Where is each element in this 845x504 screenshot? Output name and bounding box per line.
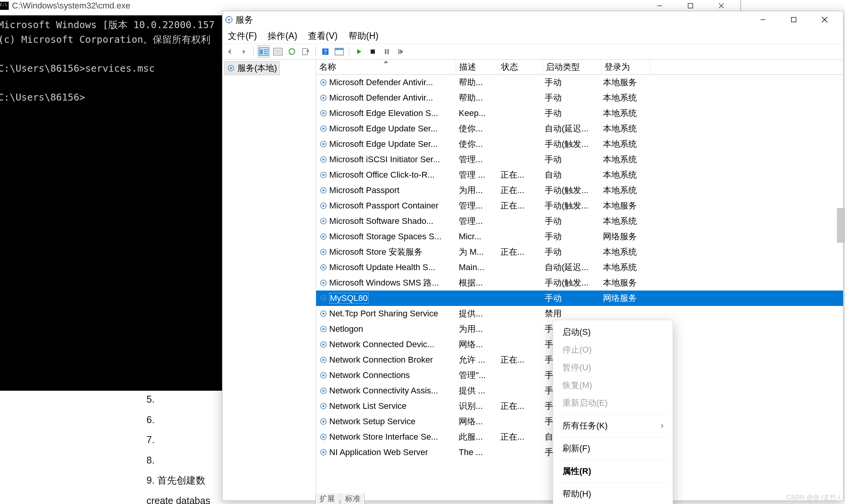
- cmd-title-text: C:\Windows\system32\cmd.exe: [12, 1, 130, 11]
- service-row[interactable]: Microsoft Software Shado...管理...手动本地系统: [316, 213, 843, 229]
- svg-point-82: [322, 405, 325, 407]
- service-desc: 网络...: [456, 339, 497, 350]
- column-startup-type[interactable]: 启动类型: [543, 60, 601, 74]
- tree-item-services-local[interactable]: 服务(本地): [224, 61, 280, 75]
- services-window-controls: [755, 14, 843, 25]
- svg-point-5: [228, 18, 230, 21]
- services-titlebar[interactable]: 服务: [222, 11, 843, 28]
- ctx-label: 重新启动(E): [562, 397, 608, 409]
- service-row[interactable]: Microsoft Windows SMS 路...根据...手动(触发...本…: [316, 275, 843, 291]
- ctx-separator: [557, 414, 669, 415]
- service-status: 正在...: [497, 431, 542, 443]
- page-scrollbar-thumb[interactable]: [837, 208, 845, 243]
- gear-icon: [319, 155, 328, 164]
- service-row[interactable]: Net.Tcp Port Sharing Service提供...禁用: [316, 306, 843, 321]
- tab-extended[interactable]: 扩展: [315, 493, 339, 504]
- toolbar-refresh-button[interactable]: [286, 46, 298, 57]
- toolbar-show-hide-tree-button[interactable]: [258, 45, 270, 58]
- gear-icon: [319, 248, 328, 256]
- service-name: Microsoft Edge Update Ser...: [329, 139, 438, 149]
- column-label: 启动类型: [546, 61, 580, 73]
- service-logon-as: 网络服务: [600, 231, 648, 242]
- service-row[interactable]: Microsoft Defender Antivir...帮助...手动本地系统: [316, 90, 843, 106]
- svg-point-72: [322, 328, 325, 330]
- services-tree[interactable]: 服务(本地): [222, 60, 316, 501]
- menu-file[interactable]: 文件(F): [228, 30, 257, 42]
- menu-view[interactable]: 查看(V): [308, 30, 338, 42]
- gear-icon: [227, 64, 235, 72]
- column-description[interactable]: 描述: [456, 60, 498, 74]
- service-row[interactable]: Microsoft Store 安装服务为 M...正在...手动本地系统: [316, 244, 843, 260]
- service-row[interactable]: Microsoft Storage Spaces S...Micr...手动网络…: [316, 229, 843, 244]
- ctx-refresh[interactable]: 刷新(F): [553, 440, 673, 457]
- service-desc: 管理...: [456, 215, 497, 227]
- toolbar-properties-button[interactable]: [272, 46, 284, 57]
- services-menubar: 文件(F) 操作(A) 查看(V) 帮助(H): [222, 28, 843, 44]
- service-desc: The ...: [456, 447, 497, 457]
- service-row[interactable]: MySQL80手动网络服务: [316, 291, 843, 306]
- maximize-button[interactable]: [683, 0, 698, 12]
- toolbar-start-button[interactable]: [353, 46, 365, 57]
- services-body: 服务(本地) 名称 描述 状态 启动类型 登录为 Microsoft Defen…: [222, 60, 843, 501]
- service-row[interactable]: Microsoft Defender Antivir...帮助...手动本地服务: [316, 75, 843, 90]
- ctx-properties[interactable]: 属性(R): [553, 462, 673, 480]
- ctx-label: 刷新(F): [562, 443, 590, 454]
- service-desc: 为 M...: [456, 246, 497, 258]
- service-name: Microsoft Office Click-to-R...: [329, 170, 434, 180]
- gear-icon: [319, 356, 328, 364]
- svg-rect-30: [335, 48, 343, 50]
- toolbar-pause-button[interactable]: [381, 46, 392, 57]
- close-button[interactable]: [817, 14, 832, 25]
- toolbar-preview-button[interactable]: [333, 46, 345, 57]
- service-desc: 管理...: [456, 200, 497, 212]
- service-desc: 提供 ...: [456, 385, 497, 396]
- toolbar-back-button[interactable]: [224, 46, 236, 57]
- svg-point-46: [322, 128, 325, 130]
- toolbar-restart-button[interactable]: [395, 46, 406, 57]
- toolbar-forward-button[interactable]: [238, 46, 249, 57]
- menu-help[interactable]: 帮助(H): [348, 30, 379, 42]
- service-desc: 管理...: [456, 154, 497, 165]
- background-document: 5. 6. 7. 8. 9. 首先创建数 create databas: [146, 389, 210, 504]
- ctx-pause: 暂停(U): [553, 359, 673, 376]
- svg-point-56: [322, 205, 325, 207]
- service-startup-type: 手动: [542, 108, 600, 119]
- service-row[interactable]: Microsoft Edge Update Ser...使你...手动(触发..…: [316, 136, 843, 152]
- service-status: 正在...: [497, 354, 542, 366]
- toolbar-export-button[interactable]: [300, 46, 311, 57]
- minimize-button[interactable]: [652, 0, 667, 12]
- column-name[interactable]: 名称: [316, 60, 456, 74]
- minimize-button[interactable]: [755, 14, 771, 25]
- tab-standard[interactable]: 标准: [341, 493, 365, 504]
- service-row[interactable]: Microsoft Passport Container管理...正在...手动…: [316, 198, 843, 213]
- service-row[interactable]: Microsoft Edge Elevation S...Keep...手动本地…: [316, 106, 843, 121]
- service-row[interactable]: Microsoft Office Click-to-R...管理 ...正在..…: [316, 167, 843, 183]
- service-name: Microsoft Storage Spaces S...: [329, 232, 441, 242]
- ctx-label: 暂停(U): [562, 362, 591, 373]
- service-name: Microsoft Defender Antivir...: [329, 93, 433, 103]
- column-status[interactable]: 状态: [498, 60, 543, 74]
- column-label: 状态: [501, 61, 518, 73]
- service-row[interactable]: Microsoft Update Health S...Main...自动(延迟…: [316, 260, 843, 275]
- toolbar-stop-button[interactable]: [367, 46, 379, 57]
- service-startup-type: 禁用: [542, 308, 600, 319]
- gear-icon: [319, 294, 328, 302]
- svg-point-64: [322, 266, 325, 269]
- service-name: MySQL80: [329, 293, 369, 304]
- ctx-restart: 重新启动(E): [553, 394, 673, 412]
- service-name: Microsoft Software Shado...: [329, 216, 433, 226]
- ctx-help[interactable]: 帮助(H): [553, 485, 673, 503]
- toolbar-help-button[interactable]: ?: [320, 46, 331, 57]
- column-logon-as[interactable]: 登录为: [601, 60, 650, 74]
- service-name: Network Connection Broker: [329, 355, 433, 365]
- maximize-button[interactable]: [786, 14, 801, 25]
- ctx-start[interactable]: 启动(S): [553, 323, 673, 341]
- svg-point-54: [322, 189, 325, 192]
- service-row[interactable]: Microsoft Edge Update Ser...使你...自动(延迟..…: [316, 121, 843, 136]
- ctx-all-tasks[interactable]: 所有任务(K): [553, 417, 673, 435]
- cmd-icon: [0, 2, 9, 10]
- service-row[interactable]: Microsoft iSCSI Initiator Ser...管理...手动本…: [316, 152, 843, 167]
- menu-action[interactable]: 操作(A): [268, 30, 297, 42]
- close-button[interactable]: [714, 0, 729, 12]
- service-row[interactable]: Microsoft Passport为用...正在...手动(触发...本地系统: [316, 183, 843, 198]
